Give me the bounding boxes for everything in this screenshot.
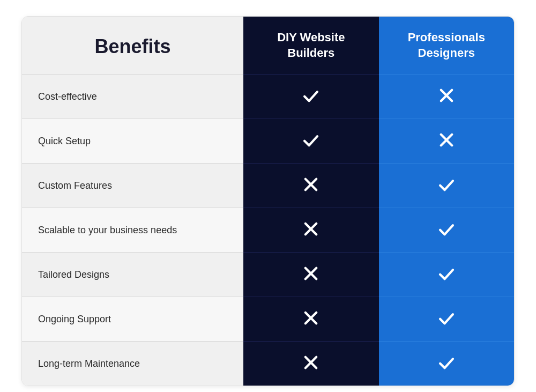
diy-header: DIY WebsiteBuilders	[243, 17, 378, 75]
cross-icon	[302, 353, 320, 372]
pro-cell	[379, 164, 514, 208]
comparison-table: Benefits DIY WebsiteBuilders Professiona…	[22, 17, 514, 386]
diy-cell	[243, 164, 378, 208]
table-row: Cost-effective	[22, 75, 514, 119]
benefit-cell: Quick Setup	[22, 119, 243, 164]
table-row: Quick Setup	[22, 119, 514, 164]
check-icon	[437, 220, 456, 238]
diy-cell	[243, 253, 378, 297]
cross-icon	[437, 86, 456, 105]
diy-cell	[243, 75, 378, 119]
diy-cell	[243, 119, 378, 164]
check-icon	[437, 264, 456, 283]
table-row: Scalable to your business needs	[22, 208, 514, 253]
benefits-header: Benefits	[22, 17, 243, 75]
footer: blueatlasmarketing.com BLUE ATLAS	[21, 386, 515, 392]
cross-icon	[302, 175, 320, 194]
pro-cell	[379, 75, 514, 119]
cross-icon	[302, 309, 320, 327]
table-row: Long-term Maintenance	[22, 342, 514, 386]
pro-cell	[379, 297, 514, 342]
cross-icon	[437, 131, 456, 149]
diy-cell	[243, 208, 378, 253]
benefits-title: Benefits	[95, 35, 171, 57]
benefit-cell: Ongoing Support	[22, 297, 243, 342]
pro-cell	[379, 253, 514, 297]
table-row: Tailored Designs	[22, 253, 514, 297]
page-wrapper: Benefits DIY WebsiteBuilders Professiona…	[0, 0, 536, 392]
comparison-table-container: Benefits DIY WebsiteBuilders Professiona…	[21, 16, 515, 386]
pro-cell	[379, 119, 514, 164]
header-row: Benefits DIY WebsiteBuilders Professiona…	[22, 17, 514, 75]
check-icon	[302, 131, 320, 149]
cross-icon	[302, 220, 320, 238]
check-icon	[437, 175, 456, 194]
diy-cell	[243, 297, 378, 342]
pro-cell	[379, 342, 514, 386]
benefit-cell: Long-term Maintenance	[22, 342, 243, 386]
check-icon	[437, 353, 456, 372]
table-row: Ongoing Support	[22, 297, 514, 342]
benefit-cell: Cost-effective	[22, 75, 243, 119]
check-icon	[437, 309, 456, 327]
cross-icon	[302, 264, 320, 283]
table-row: Custom Features	[22, 164, 514, 208]
pro-header: ProfessionalsDesigners	[379, 17, 514, 75]
benefit-cell: Tailored Designs	[22, 253, 243, 297]
benefit-cell: Custom Features	[22, 164, 243, 208]
check-icon	[302, 86, 320, 105]
diy-cell	[243, 342, 378, 386]
benefit-cell: Scalable to your business needs	[22, 208, 243, 253]
pro-cell	[379, 208, 514, 253]
